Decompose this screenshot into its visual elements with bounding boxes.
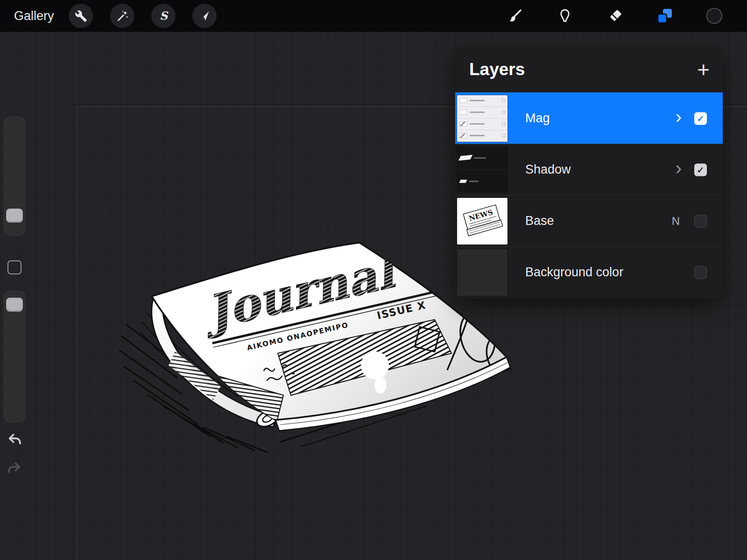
canvas-area[interactable]: Journal AIKOMO ONAOPEMIPO ISSUE X [0,32,747,560]
color-circle-icon [705,7,723,25]
modify-button[interactable] [7,260,21,274]
top-toolbar: Gallery S [0,0,747,32]
layers-panel-title: Layers [469,60,525,79]
undo-icon [6,430,23,448]
layer-thumbnail-background[interactable] [457,249,507,296]
chevron-right-icon[interactable]: › [676,157,682,178]
layer-visibility-checkbox[interactable]: ✓ [694,112,707,125]
brush-tool-button[interactable] [506,7,524,25]
smudge-icon [557,8,573,24]
opacity-slider-handle[interactable] [6,298,23,312]
add-layer-button[interactable]: + [697,60,710,79]
color-swatch-button[interactable] [705,7,724,25]
redo-icon [6,459,23,476]
wrench-icon [75,10,87,22]
layer-thumbnail-shadow[interactable] [457,147,507,193]
blend-mode-badge[interactable]: N [672,215,680,228]
layer-row-shadow[interactable]: Shadow › ✓ [455,144,723,195]
adjustments-button[interactable] [110,4,134,28]
brush-icon [507,8,523,24]
gallery-button[interactable]: Gallery [14,9,54,23]
layer-visibility-checkbox[interactable] [694,266,707,279]
transform-arrow-icon [198,10,211,22]
transform-button[interactable] [192,4,217,28]
layers-panel-header: Layers + [455,47,723,92]
smudge-tool-button[interactable] [556,7,574,25]
undo-button[interactable] [6,430,23,448]
layer-name: Base [525,214,554,228]
layers-panel: Layers + Mag › ✓ Shadow › [455,47,723,299]
layer-thumbnail-base[interactable]: NEWS [457,198,507,245]
eraser-icon [607,8,623,24]
chevron-right-icon[interactable]: › [676,106,682,127]
magic-wand-icon [116,10,129,22]
brush-size-slider-handle[interactable] [6,209,23,223]
layer-visibility-checkbox[interactable]: ✓ [694,163,707,176]
layer-name: Background color [525,265,623,280]
layers-panel-button[interactable] [655,7,674,25]
actions-button[interactable] [69,4,93,28]
check-icon: ✓ [697,113,705,124]
erase-tool-button[interactable] [606,7,625,25]
layer-row-background-color[interactable]: Background color [455,246,723,298]
layers-icon [656,7,674,25]
layer-visibility-checkbox[interactable] [694,215,707,227]
layer-name: Shadow [525,162,571,177]
layer-row-base[interactable]: NEWS Base N [455,195,723,246]
check-icon: ✓ [697,164,705,175]
layer-row-mag[interactable]: Mag › ✓ [455,92,723,144]
selection-button[interactable]: S [151,4,176,28]
svg-text:S: S [159,10,168,22]
selection-s-icon: S [157,10,170,22]
layer-name: Mag [525,111,550,126]
redo-button[interactable] [6,459,23,476]
layer-thumbnail-mag[interactable] [457,95,507,142]
